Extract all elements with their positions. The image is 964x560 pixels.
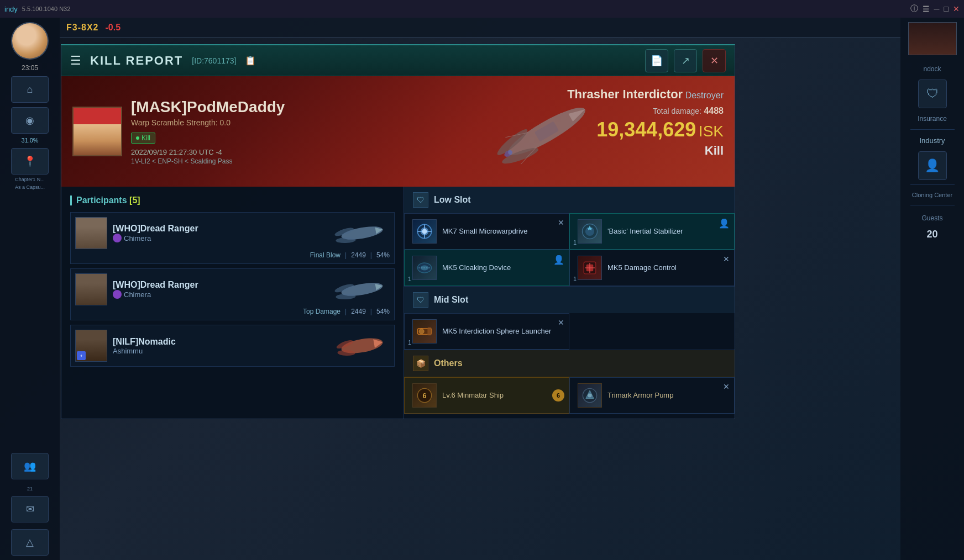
maximize-icon[interactable]: □ (944, 4, 949, 13)
location-security: -0.5 (105, 23, 120, 33)
export-icon-button[interactable]: ↗ (674, 49, 697, 72)
minmatar-skill-icon: 6 (412, 383, 437, 408)
damage-line: Total damage: 4488 (567, 106, 724, 116)
sidebar-chevron-button[interactable]: △ (11, 529, 49, 556)
info-icon[interactable]: ⓘ (910, 4, 918, 14)
svg-point-24 (422, 229, 427, 234)
copy-id-icon[interactable]: 📋 (245, 55, 256, 66)
kill-banner: [MASK]PodMeDaddy Warp Scramble Strength:… (61, 76, 735, 187)
low-slot-section: 🛡 Low Slot (404, 187, 735, 287)
kill-type-label: Kill (567, 144, 724, 158)
cloaking-device-name: MK5 Cloaking Device (442, 263, 511, 273)
sidebar-player-count: 21 (25, 486, 35, 492)
participant-3-info: [NILF]Nomadic Ashimmu (113, 337, 329, 355)
others-items: 6 Lv.6 Minmatar Ship 6 (404, 377, 735, 414)
inertial-stabilizer-name: 'Basic' Inertial Stabilizer (607, 227, 683, 236)
svg-point-15 (336, 293, 355, 299)
cloaking-device-icon (412, 256, 437, 280)
inertial-count: 1 (573, 239, 577, 246)
others-icon: 📦 (413, 356, 428, 371)
others-label: Others (434, 358, 463, 368)
ship-type: Destroyer (685, 91, 724, 100)
report-icon-button[interactable]: 📄 (645, 49, 668, 72)
right-ndock-label: ndock (900, 63, 964, 75)
trimark-icon (578, 383, 602, 408)
svg-text:6: 6 (422, 392, 426, 400)
right-industry-label: Industry (900, 134, 964, 147)
participants-title: Participants [5] (70, 196, 395, 205)
location-name: F3-8X2 (66, 23, 98, 33)
sphere-launcher-count: 1 (408, 339, 411, 346)
others-item-2: Trimark Armor Pump ✕ (569, 377, 735, 414)
participant-2-top: [WHO]Dread Ranger Chimera (75, 273, 390, 305)
participant-1-stat-label: Final Blow (310, 251, 340, 259)
isk-line: 19,344,629 ISK (567, 118, 724, 141)
participant-1-ship-image (334, 220, 390, 246)
participant-2-ship: Chimera (124, 290, 151, 299)
cloaking-person-icon: 👤 (553, 255, 564, 265)
right-shield-button[interactable]: 🛡 (918, 80, 947, 108)
sidebar-location-button[interactable]: 📍 (11, 148, 49, 175)
participant-1-top: [WHO]Dread Ranger Chimera (75, 217, 390, 249)
participant-2-damage: 2449 (351, 308, 366, 315)
microwarpdrive-close-icon[interactable]: ✕ (558, 218, 564, 227)
minimize-icon[interactable]: ─ (934, 4, 940, 13)
sidebar-players-button[interactable]: 👥 (11, 453, 49, 479)
close-icon[interactable]: ✕ (953, 4, 960, 13)
pilot-avatar (72, 107, 122, 156)
participants-count: [5] (129, 196, 140, 205)
kill-dot (136, 136, 139, 140)
others-section: 📦 Others 6 Lv.6 Minmatar (404, 350, 735, 414)
isk-unit: ISK (699, 123, 724, 140)
low-slot-item-3: 1 MK5 Cloaking Device 👤 (404, 250, 569, 286)
low-slot-item-1: MK7 Small Microwarpdrive ✕ (404, 213, 569, 250)
mid-slot-label: Mid Slot (434, 295, 468, 305)
damage-control-name: MK5 Damage Control (607, 263, 677, 273)
participant-3-ship-image (334, 332, 390, 359)
participant-1-percent: 54% (376, 251, 390, 259)
right-industry-button[interactable]: 👤 (918, 151, 947, 180)
right-guest-count: 20 (926, 229, 937, 240)
participant-1-rank-icon (113, 234, 122, 242)
participant-2-stat-label: Top Damage (303, 308, 340, 315)
damage-control-close-icon[interactable]: ✕ (723, 255, 730, 263)
app-logo: indy (4, 5, 18, 13)
mid-slot-item-1: 1 MK5 Interdiction Sphere Launcher ✕ (404, 313, 569, 350)
sidebar-map-button[interactable]: ◉ (11, 107, 49, 134)
mid-slot-icon: 🛡 (413, 292, 428, 308)
header-actions: 📄 ↗ ✕ (645, 49, 726, 72)
minmatar-skill-name: Lv.6 Minmatar Ship (442, 391, 504, 400)
right-guests-label: Guests (900, 212, 964, 224)
participant-2-percent: 54% (376, 308, 390, 315)
header-menu-icon[interactable]: ☰ (70, 54, 81, 68)
participant-3-ship: Ashimmu (113, 347, 143, 355)
menu-icon[interactable]: ☰ (923, 4, 930, 13)
others-item-1: 6 Lv.6 Minmatar Ship 6 (404, 377, 569, 414)
ship-info: Thrasher Interdictor Destroyer Total dam… (567, 87, 724, 158)
slots-panel: 🛡 Low Slot (404, 187, 735, 419)
ship-name-line: Thrasher Interdictor Destroyer (567, 87, 724, 102)
pilot-hair (74, 108, 121, 124)
participant-1: [WHO]Dread Ranger Chimera (70, 212, 395, 264)
participant-3-top: + [NILF]Nomadic Ashimmu (75, 330, 390, 362)
low-slot-item-4: 1 MK5 Damage Control ✕ (569, 250, 735, 286)
sidebar-home-button[interactable]: ⌂ (11, 76, 49, 103)
participant-2-info: [WHO]Dread Ranger Chimera (113, 280, 329, 299)
trimark-close-icon[interactable]: ✕ (723, 382, 730, 391)
participant-1-name: [WHO]Dread Ranger (113, 224, 329, 234)
close-button[interactable]: ✕ (703, 49, 726, 72)
mid-slot-section: 🛡 Mid Slot 1 (404, 287, 735, 350)
minmatar-skill-badge: 6 (552, 389, 564, 401)
sidebar-percent: 31.0% (21, 137, 38, 144)
damage-control-count: 1 (573, 276, 577, 282)
low-slot-icon: 🛡 (413, 192, 428, 208)
participant-1-info: [WHO]Dread Ranger Chimera (113, 224, 329, 242)
mid-slot-items: 1 MK5 Interdiction Sphere Launcher ✕ (404, 313, 735, 350)
top-bar: indy 5.5.100.1040 N32 ⓘ ☰ ─ □ ✕ (0, 0, 964, 18)
ship-name: Thrasher Interdictor (567, 87, 683, 101)
sidebar-mail-button[interactable]: ✉ (11, 496, 49, 522)
left-sidebar: 23:05 ⌂ ◉ 31.0% 📍 Chapter1 N... As a Cap… (0, 18, 60, 560)
right-cloning-label: Cloning Center (900, 189, 964, 200)
participant-1-ship: Chimera (124, 234, 151, 242)
sphere-launcher-close-icon[interactable]: ✕ (558, 318, 564, 327)
